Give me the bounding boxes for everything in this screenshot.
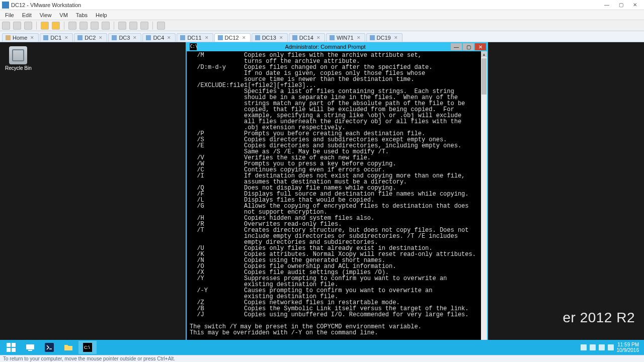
toolbar-button[interactable] bbox=[68, 22, 76, 30]
tab-dc19[interactable]: DC19✕ bbox=[366, 33, 403, 42]
tab-close-icon[interactable]: ✕ bbox=[30, 35, 34, 40]
cmd-taskbar-icon[interactable]: C:\ bbox=[78, 341, 97, 354]
vmware-guest-viewport: Recycle Bin er 2012 R2 Administrator: Co… bbox=[0, 42, 644, 355]
tab-close-icon[interactable]: ✕ bbox=[64, 35, 68, 40]
explorer-icon[interactable] bbox=[59, 341, 77, 354]
menu-help[interactable]: Help bbox=[92, 11, 111, 19]
scroll-thumb[interactable] bbox=[481, 58, 487, 95]
recycle-bin-icon bbox=[9, 46, 27, 64]
tab-close-icon[interactable]: ✕ bbox=[99, 35, 103, 40]
tray-icon[interactable] bbox=[599, 344, 605, 350]
cmd-close-button[interactable]: ✕ bbox=[475, 43, 486, 50]
menu-tabs[interactable]: Tabs bbox=[72, 11, 92, 19]
tab-label: DC12 bbox=[225, 35, 239, 41]
tab-dc11[interactable]: DC11✕ bbox=[177, 33, 213, 42]
tab-icon bbox=[43, 35, 48, 40]
tab-label: DC4 bbox=[153, 35, 164, 41]
tab-label: Home bbox=[13, 35, 27, 41]
tab-home[interactable]: Home✕ bbox=[2, 33, 39, 42]
tab-close-icon[interactable]: ✕ bbox=[167, 35, 171, 40]
guest-desktop[interactable]: Recycle Bin er 2012 R2 Administrator: Co… bbox=[0, 42, 644, 355]
tab-label: DC1 bbox=[50, 35, 61, 41]
cmd-body[interactable]: /M Copies only files with the archive at… bbox=[187, 51, 487, 349]
tray-icon[interactable] bbox=[590, 344, 596, 350]
toolbar-button[interactable] bbox=[24, 22, 32, 30]
tab-close-icon[interactable]: ✕ bbox=[133, 35, 137, 40]
server-manager-icon[interactable] bbox=[21, 341, 39, 354]
toolbar-button[interactable] bbox=[102, 22, 110, 30]
tab-close-icon[interactable]: ✕ bbox=[394, 35, 398, 40]
tab-close-icon[interactable]: ✕ bbox=[357, 35, 361, 40]
tab-dc2[interactable]: DC2✕ bbox=[74, 33, 107, 42]
toolbar-button[interactable] bbox=[129, 22, 137, 30]
tab-dc12[interactable]: DC12✕ bbox=[214, 33, 251, 42]
powershell-icon[interactable] bbox=[40, 341, 58, 354]
vmware-status-text: To return to your computer, move the mou… bbox=[3, 356, 175, 361]
menu-edit[interactable]: Edit bbox=[18, 11, 36, 19]
tab-icon bbox=[112, 35, 117, 40]
tray-icon[interactable] bbox=[608, 344, 614, 350]
vmware-statusbar: To return to your computer, move the mou… bbox=[0, 355, 644, 362]
start-button[interactable] bbox=[2, 341, 20, 354]
toolbar-button[interactable] bbox=[118, 22, 126, 30]
close-button[interactable]: ✕ bbox=[628, 1, 642, 9]
recycle-bin[interactable]: Recycle Bin bbox=[5, 46, 32, 71]
toolbar-button[interactable] bbox=[157, 22, 165, 30]
menu-view[interactable]: View bbox=[36, 11, 56, 19]
cmd-icon bbox=[190, 43, 197, 50]
toolbar-button[interactable] bbox=[2, 22, 10, 30]
svg-rect-4 bbox=[26, 344, 34, 349]
cmd-window[interactable]: Administrator: Command Prompt — ▢ ✕ /M C… bbox=[186, 42, 488, 350]
toolbar-button[interactable] bbox=[140, 22, 148, 30]
maximize-button[interactable]: ▢ bbox=[614, 1, 628, 9]
vmware-titlebar: DC12 - VMware Workstation — ▢ ✕ bbox=[0, 0, 644, 10]
svg-rect-5 bbox=[28, 350, 32, 351]
tab-dc3[interactable]: DC3✕ bbox=[108, 33, 141, 42]
vmware-logo-icon bbox=[2, 2, 9, 9]
tab-close-icon[interactable]: ✕ bbox=[279, 35, 283, 40]
cmd-minimize-button[interactable]: — bbox=[451, 43, 462, 50]
toolbar-pause-button[interactable] bbox=[52, 22, 60, 30]
vmware-title: DC12 - VMware Workstation bbox=[11, 2, 81, 8]
tab-close-icon[interactable]: ✕ bbox=[316, 35, 320, 40]
tab-icon bbox=[6, 35, 11, 40]
tab-dc1[interactable]: DC1✕ bbox=[40, 33, 73, 42]
tab-dc13[interactable]: DC13✕ bbox=[252, 33, 288, 42]
cmd-titlebar[interactable]: Administrator: Command Prompt — ▢ ✕ bbox=[187, 42, 487, 51]
cmd-scrollbar[interactable]: ▲ ▼ bbox=[481, 51, 487, 349]
cmd-title: Administrator: Command Prompt bbox=[200, 44, 451, 50]
tab-win71[interactable]: WIN71✕ bbox=[326, 33, 365, 42]
system-tray: 11:59 PM 10/9/2016 bbox=[581, 342, 642, 353]
tray-icon[interactable] bbox=[581, 344, 587, 350]
toolbar-play-button[interactable] bbox=[41, 22, 49, 30]
tray-clock[interactable]: 11:59 PM 10/9/2016 bbox=[617, 342, 639, 353]
tab-icon bbox=[218, 35, 223, 40]
minimize-button[interactable]: — bbox=[600, 1, 614, 9]
scroll-up-button[interactable]: ▲ bbox=[481, 51, 487, 57]
tab-label: DC14 bbox=[299, 35, 313, 41]
tab-dc4[interactable]: DC4✕ bbox=[142, 33, 176, 42]
tab-close-icon[interactable]: ✕ bbox=[242, 35, 246, 40]
tab-label: DC11 bbox=[187, 35, 201, 41]
menu-file[interactable]: File bbox=[1, 11, 18, 19]
vmware-menubar: FileEditViewVMTabsHelp bbox=[0, 10, 644, 20]
svg-rect-2 bbox=[7, 348, 11, 352]
toolbar-button[interactable] bbox=[91, 22, 99, 30]
recycle-bin-label: Recycle Bin bbox=[5, 65, 32, 71]
tab-label: DC2 bbox=[85, 35, 96, 41]
tab-dc14[interactable]: DC14✕ bbox=[289, 33, 325, 42]
tab-icon bbox=[146, 35, 151, 40]
cmd-output: /M Copies only files with the archive at… bbox=[190, 52, 480, 348]
tab-icon bbox=[370, 35, 375, 40]
tab-icon bbox=[255, 35, 260, 40]
windows-watermark: er 2012 R2 bbox=[562, 310, 635, 326]
cmd-maximize-button[interactable]: ▢ bbox=[463, 43, 474, 50]
tab-close-icon[interactable]: ✕ bbox=[205, 35, 209, 40]
vmware-tabstrip: Home✕DC1✕DC2✕DC3✕DC4✕DC11✕DC12✕DC13✕DC14… bbox=[0, 31, 644, 42]
toolbar-button[interactable] bbox=[13, 22, 21, 30]
menu-vm[interactable]: VM bbox=[55, 11, 72, 19]
tab-icon bbox=[77, 35, 83, 40]
tab-label: DC19 bbox=[377, 35, 391, 41]
guest-taskbar: C:\ 11:59 PM 10/9/2016 bbox=[0, 340, 644, 355]
toolbar-button[interactable] bbox=[79, 22, 88, 30]
